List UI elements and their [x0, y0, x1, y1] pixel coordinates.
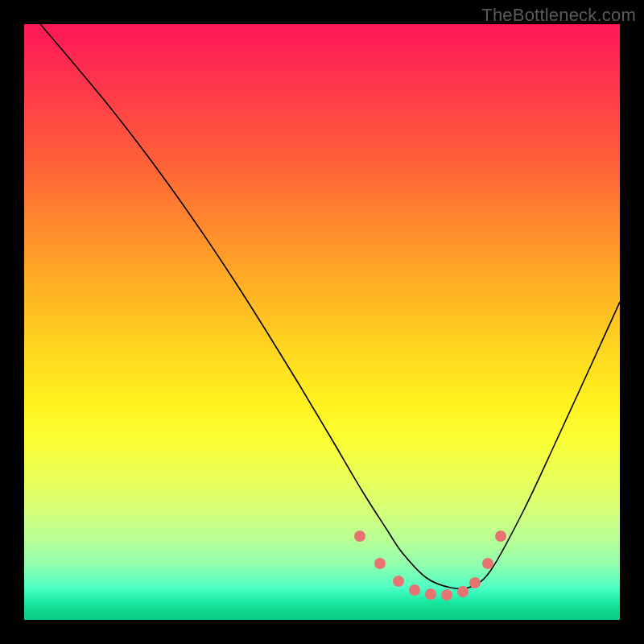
bottleneck-chart-svg [24, 24, 620, 620]
bottleneck-curve-line [40, 24, 620, 589]
dot [469, 577, 481, 588]
optimal-dots [354, 530, 506, 601]
dot [495, 530, 506, 542]
dot [374, 558, 386, 569]
dot [441, 589, 452, 601]
chart-frame [24, 24, 620, 620]
dot [457, 586, 469, 597]
dot [482, 558, 493, 569]
dot [393, 576, 404, 587]
dot [425, 588, 436, 600]
dot [409, 584, 420, 596]
dot [354, 530, 365, 542]
watermark-text: TheBottleneck.com [481, 5, 636, 26]
